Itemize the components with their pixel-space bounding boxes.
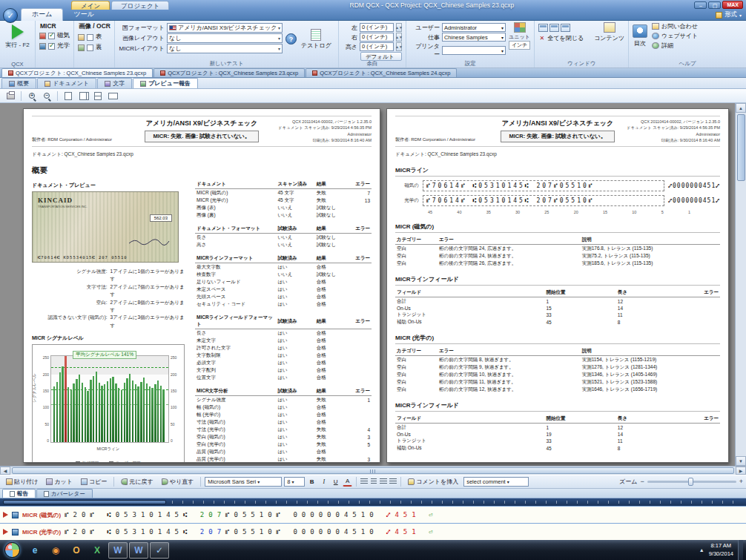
zoom-in-button[interactable]: + <box>739 478 743 485</box>
scrollbar-thumb[interactable] <box>737 114 745 181</box>
view-tab[interactable]: 文字 <box>97 78 132 88</box>
scrollbar-thumb[interactable] <box>12 467 734 474</box>
format-menu-button[interactable]: 形式 ▾ <box>716 10 742 21</box>
document-tab[interactable]: QCXプロジェクト : QCX_Chinese Samples 23.qcxp <box>1 68 153 77</box>
unit-icon[interactable] <box>514 22 526 33</box>
format-dropdown[interactable]: なし ▾ <box>167 44 283 53</box>
ribbon-tab[interactable]: ツール <box>63 9 104 21</box>
cascade-windows-icon[interactable] <box>538 24 548 32</box>
paste-button[interactable]: 貼り付け <box>3 476 41 487</box>
align-left-button[interactable] <box>360 478 368 485</box>
view-tab[interactable]: プレビュー報告 <box>133 78 198 88</box>
zoom-out-button[interactable]: − <box>640 478 644 485</box>
document-tab[interactable]: QCXプロジェクト : QCX_Chinese Samples 24.qcxp <box>306 68 457 77</box>
help-menu-item[interactable]: お問い合わせ <box>652 22 698 30</box>
tile-vertical-icon[interactable] <box>561 24 570 32</box>
undo-button[interactable]: 元に戻す <box>118 476 156 487</box>
font-family-select[interactable]: Microsoft Sans Seri▾ <box>205 477 282 487</box>
micr-navigator-strip[interactable] <box>0 498 746 506</box>
margin-input[interactable]: 0 (インチ) <box>360 42 394 51</box>
checkbox[interactable] <box>87 34 93 41</box>
index-button[interactable]: 目次 <box>633 22 647 50</box>
cut-button[interactable]: カット <box>43 476 76 487</box>
contents-button[interactable]: コンテンツ <box>594 22 624 59</box>
image-option[interactable]: 裏 <box>78 43 110 52</box>
document-tab[interactable]: QCXプロジェクト : QCX_Chinese Samples 23.qcxp <box>154 68 305 77</box>
zoom-out-button[interactable]: − <box>41 90 53 102</box>
taskbar-app-icon[interactable]: ◉ <box>46 542 65 559</box>
marker-arrow-icon[interactable] <box>3 512 8 518</box>
taskbar-clock[interactable]: 8:17 AM 9/30/2014 <box>709 542 733 558</box>
font-color-button[interactable]: A <box>343 477 352 487</box>
micr-option[interactable]: 磁気 <box>39 31 70 40</box>
taskbar-app-icon[interactable]: X <box>88 542 107 559</box>
close-all-button[interactable]: ✕ 全てを閉じる <box>538 34 584 42</box>
ribbon-tab[interactable]: ホーム <box>21 8 63 21</box>
row-status-icon[interactable] <box>12 512 19 518</box>
minimize-button[interactable]: – <box>694 1 707 9</box>
zoom-in-button[interactable]: + <box>26 90 38 102</box>
report-tab[interactable]: 報告 <box>2 489 36 498</box>
checkbox[interactable] <box>48 43 55 50</box>
micr-option[interactable]: 光学 <box>39 42 70 50</box>
maximize-button[interactable]: ▢ <box>708 1 721 9</box>
horizontal-scrollbar[interactable]: ◀ ▶ <box>0 466 746 475</box>
help-button[interactable]: ? <box>285 33 297 45</box>
redo-button[interactable]: やり直す <box>159 476 197 487</box>
settings-dropdown[interactable]: ▾ <box>442 46 506 55</box>
view-tab[interactable]: 概要 <box>1 78 36 88</box>
image-option[interactable]: 表 <box>78 33 110 42</box>
navigator-thumb[interactable] <box>3 500 166 504</box>
align-right-button[interactable] <box>380 478 387 485</box>
checkbox[interactable] <box>48 33 55 39</box>
align-center-button[interactable] <box>371 478 377 485</box>
scroll-up-arrow[interactable]: ▲ <box>736 103 746 113</box>
spinner-buttons[interactable]: ▲▼ <box>396 33 402 42</box>
show-hidden-icons[interactable]: ▲ <box>699 547 704 553</box>
settings-dropdown[interactable]: Chinese Samples ▾ <box>442 33 506 42</box>
italic-button[interactable]: I <box>319 477 329 487</box>
two-page-button[interactable] <box>77 90 89 102</box>
margin-input[interactable]: 0 (インチ) <box>360 33 394 42</box>
underline-button[interactable]: U <box>331 477 340 487</box>
taskbar-app-icon[interactable]: e <box>25 542 44 559</box>
row-status-icon[interactable] <box>12 529 19 536</box>
single-page-button[interactable] <box>62 90 74 102</box>
checkbox[interactable] <box>87 45 93 51</box>
scroll-down-arrow[interactable]: ▼ <box>736 456 746 466</box>
font-size-select[interactable]: 8▾ <box>284 477 305 487</box>
help-menu-item[interactable]: ウェブサイト <box>652 32 698 40</box>
settings-dropdown[interactable]: Administrator ▾ <box>442 23 506 32</box>
view-tab[interactable]: ドキュメント <box>37 78 96 88</box>
bold-button[interactable]: B <box>307 477 317 487</box>
menu-top-tab[interactable]: プロジェクト <box>111 1 169 10</box>
tile-horizontal-icon[interactable] <box>549 24 559 32</box>
zoom-slider[interactable] <box>647 481 736 483</box>
report-tab[interactable]: カバーレター <box>36 489 93 498</box>
taskbar-app-icon[interactable]: W <box>108 542 128 559</box>
comment-select[interactable]: select comment▾ <box>463 477 529 487</box>
margin-input[interactable]: 0 (インチ) <box>360 23 394 32</box>
format-dropdown[interactable]: なし ▾ <box>167 33 283 43</box>
fit-width-button[interactable] <box>107 90 119 102</box>
scroll-left-arrow[interactable]: ◀ <box>0 467 10 475</box>
spinner-buttons[interactable]: ▲▼ <box>396 42 402 51</box>
taskbar-app-icon[interactable]: ✓ <box>150 542 169 559</box>
align-justify-button[interactable] <box>389 478 397 485</box>
show-desktop-button[interactable] <box>738 540 743 560</box>
spinner-buttons[interactable]: ▲▼ <box>396 23 402 32</box>
format-dropdown[interactable]: アメリカ/ANSI X9/ビジネスチェック ▾ <box>167 23 283 33</box>
marker-arrow-icon[interactable] <box>3 529 8 535</box>
run-button[interactable]: 実行 - F2 <box>4 24 31 49</box>
thumbnail-view-button[interactable] <box>92 90 104 102</box>
insert-comment-button[interactable]: コメントを挿入 <box>405 476 461 487</box>
unit-value[interactable]: インチ <box>509 41 531 50</box>
print-button[interactable] <box>4 90 16 102</box>
scroll-right-arrow[interactable]: ▶ <box>736 467 746 475</box>
vertical-scrollbar[interactable]: ▲ ▼ <box>735 103 746 466</box>
zoom-slider-thumb[interactable] <box>688 478 693 486</box>
taskbar-app-icon[interactable]: W <box>129 542 148 559</box>
app-logo-button[interactable]: ✓ <box>3 8 18 23</box>
test-log-button[interactable]: テストログ <box>301 29 331 50</box>
copy-button[interactable]: コピー <box>78 476 110 487</box>
